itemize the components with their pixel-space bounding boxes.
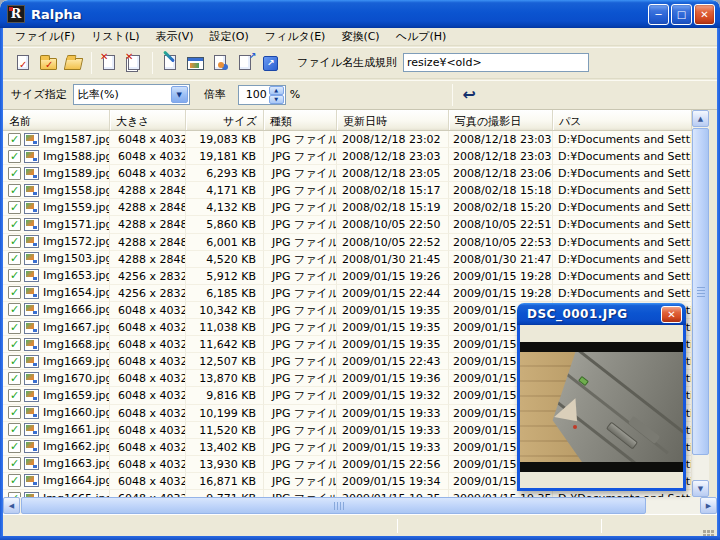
column-header-dimensions[interactable]: 大きさ: [110, 110, 186, 130]
percent-label: %: [290, 88, 300, 101]
row-checkbox[interactable]: ✓: [8, 474, 21, 487]
file-name-label: Img1668.jpg: [43, 336, 110, 353]
filename-rule-input[interactable]: [403, 53, 589, 72]
size-mode-select[interactable]: 比率(%) ▼: [73, 84, 190, 105]
scroll-up-icon[interactable]: ▲: [692, 110, 709, 127]
column-header-name[interactable]: 名前: [3, 110, 110, 130]
table-row[interactable]: ✓Img1558.jpg4288 x 28484,171 KBJPG ファイル2…: [3, 182, 692, 199]
type-cell: JPG ファイル: [264, 165, 337, 182]
taken-cell: 2008/02/18 15:20: [449, 199, 553, 216]
table-row[interactable]: ✓Img1572.jpg4288 x 28486,001 KBJPG ファイル2…: [3, 234, 692, 251]
row-checkbox[interactable]: ✓: [8, 338, 21, 351]
row-checkbox[interactable]: ✓: [8, 372, 21, 385]
row-checkbox[interactable]: ✓: [8, 355, 21, 368]
size-mode-value: 比率(%): [74, 87, 170, 102]
image-file-icon: [24, 286, 39, 299]
row-checkbox[interactable]: ✓: [8, 457, 21, 470]
row-checkbox[interactable]: ✓: [8, 235, 21, 248]
table-row[interactable]: ✓Img1588.jpg6048 x 403219,181 KBJPG ファイル…: [3, 148, 692, 165]
edit-button[interactable]: [158, 51, 182, 75]
table-row[interactable]: ✓Img1587.jpg6048 x 403219,083 KBJPG ファイル…: [3, 131, 692, 148]
maximize-button[interactable]: □: [671, 4, 692, 25]
remove-file-button[interactable]: ✕: [97, 51, 121, 75]
row-checkbox[interactable]: ✓: [8, 184, 21, 197]
preview-titlebar[interactable]: DSC_0001.JPG ✕: [517, 303, 686, 325]
menu-view[interactable]: 表示(V): [147, 27, 201, 46]
spin-down-icon[interactable]: ▼: [269, 95, 284, 104]
open-folder-button[interactable]: [61, 51, 85, 75]
row-checkbox[interactable]: ✓: [8, 389, 21, 402]
vertical-scroll-thumb[interactable]: [692, 128, 709, 455]
ratio-stepper[interactable]: 100 ▲ ▼: [238, 85, 286, 105]
menu-convert[interactable]: 変換(C): [333, 27, 387, 46]
row-checkbox[interactable]: ✓: [8, 321, 21, 334]
scroll-right-icon[interactable]: ▶: [700, 497, 717, 514]
path-cell: D:¥Documents and Settings¥t: [553, 234, 692, 251]
table-row[interactable]: ✓Img1665.jpg6048 x 40329,771 KBJPG ファイル2…: [3, 490, 692, 497]
file-name-label: Img1653.jpg: [43, 268, 110, 285]
image-file-icon: [24, 355, 39, 368]
table-row[interactable]: ✓Img1589.jpg6048 x 40326,293 KBJPG ファイル2…: [3, 165, 692, 182]
check-files-button[interactable]: ✓: [11, 51, 35, 75]
window-border-bottom: [0, 536, 720, 540]
row-checkbox[interactable]: ✓: [8, 286, 21, 299]
column-header-path[interactable]: パス: [553, 110, 692, 130]
row-checkbox[interactable]: ✓: [8, 423, 21, 436]
row-checkbox[interactable]: ✓: [8, 201, 21, 214]
row-checkbox[interactable]: ✓: [8, 440, 21, 453]
table-row[interactable]: ✓Img1653.jpg4256 x 28325,912 KBJPG ファイル2…: [3, 268, 692, 285]
add-folder-button[interactable]: ✓: [36, 51, 60, 75]
scroll-left-icon[interactable]: ◀: [3, 497, 20, 514]
row-checkbox[interactable]: ✓: [8, 252, 21, 265]
menu-list[interactable]: リスト(L): [83, 27, 148, 46]
menu-help[interactable]: ヘルプ(H): [388, 27, 455, 46]
file-name-cell: ✓Img1664.jpg: [3, 473, 110, 490]
preview-window-button[interactable]: [183, 51, 207, 75]
chevron-down-icon[interactable]: ▼: [171, 86, 188, 103]
column-header-modified[interactable]: 更新日時: [337, 110, 449, 130]
minimize-button[interactable]: ─: [648, 4, 669, 25]
row-checkbox[interactable]: ✓: [8, 150, 21, 163]
horizontal-scrollbar[interactable]: ◀ ▶: [3, 497, 717, 514]
row-checkbox[interactable]: ✓: [8, 406, 21, 419]
preview-close-button[interactable]: ✕: [661, 306, 682, 323]
undo-icon[interactable]: ↩: [457, 83, 481, 107]
resize-grip[interactable]: [702, 521, 715, 534]
file-name-label: Img1589.jpg: [43, 165, 110, 182]
menu-settings[interactable]: 設定(O): [202, 27, 257, 46]
menu-filter[interactable]: フィルタ(E): [257, 27, 334, 46]
row-checkbox[interactable]: ✓: [8, 133, 21, 146]
image-page-button[interactable]: [208, 51, 232, 75]
table-row[interactable]: ✓Img1503.jpg4288 x 28484,520 KBJPG ファイル2…: [3, 251, 692, 268]
vertical-scrollbar[interactable]: ▲ ▼: [692, 110, 709, 497]
image-file-icon: [24, 184, 39, 197]
horizontal-scroll-thumb[interactable]: [21, 497, 646, 514]
window-titlebar[interactable]: R Ralpha ─ □ ✕: [0, 0, 720, 28]
column-header-size[interactable]: サイズ: [186, 110, 264, 130]
file-name-cell: ✓Img1588.jpg: [3, 148, 110, 165]
table-row[interactable]: ✓Img1654.jpg4256 x 28326,185 KBJPG ファイル2…: [3, 285, 692, 302]
spin-up-icon[interactable]: ▲: [269, 86, 284, 95]
resize-button[interactable]: ↗: [258, 51, 282, 75]
size-cell: 4,132 KB: [186, 199, 264, 216]
dimensions-cell: 6048 x 4032: [110, 370, 186, 387]
column-header-type[interactable]: 種類: [264, 110, 337, 130]
size-cell: 11,038 KB: [186, 319, 264, 336]
type-cell: JPG ファイル: [264, 234, 337, 251]
remove-all-files-button[interactable]: ✕: [122, 51, 146, 75]
column-header-taken[interactable]: 写真の撮影日: [449, 110, 553, 130]
toolbar-separator: [452, 84, 453, 106]
close-button[interactable]: ✕: [694, 4, 715, 25]
row-checkbox[interactable]: ✓: [8, 167, 21, 180]
row-checkbox[interactable]: ✓: [8, 218, 21, 231]
table-row[interactable]: ✓Img1559.jpg4288 x 28484,132 KBJPG ファイル2…: [3, 199, 692, 216]
image-file-icon: [24, 269, 39, 282]
file-name-label: Img1660.jpg: [43, 405, 110, 422]
scroll-down-icon[interactable]: ▼: [692, 480, 709, 497]
table-row[interactable]: ✓Img1571.jpg4288 x 28485,860 KBJPG ファイル2…: [3, 216, 692, 233]
menu-file[interactable]: ファイル(F): [7, 27, 83, 46]
taken-cell: 2008/12/18 23:06: [449, 165, 553, 182]
copy-page-button[interactable]: ↗: [233, 51, 257, 75]
row-checkbox[interactable]: ✓: [8, 269, 21, 282]
row-checkbox[interactable]: ✓: [8, 303, 21, 316]
